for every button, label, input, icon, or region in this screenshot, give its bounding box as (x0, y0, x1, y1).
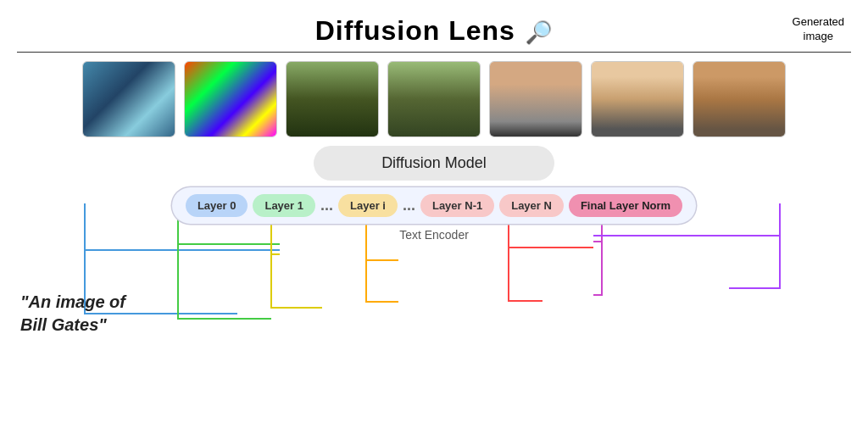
img-gate1 (287, 62, 378, 136)
img-colormap (185, 62, 276, 136)
encoder-row-wrapper: Layer 0 Layer 1 ... Layer i ... Layer N-… (172, 187, 696, 242)
diffusion-model-label: Diffusion Model (381, 154, 487, 171)
img-blue-grid (83, 62, 175, 136)
generated-image-label: Generatedimage (793, 15, 844, 44)
images-row (0, 61, 868, 137)
encoder-row: Layer 0 Layer 1 ... Layer i ... Layer N-… (172, 187, 696, 224)
img-face3 (693, 62, 785, 136)
img-face2 (592, 62, 683, 136)
query-text: "An image ofBill Gates" (20, 291, 125, 337)
dots-1: ... (320, 197, 333, 214)
text-encoder-label: Text Encoder (399, 228, 469, 242)
thumbnail-1 (82, 61, 175, 137)
img-face1 (490, 62, 581, 136)
thumbnail-4 (387, 61, 481, 137)
img-gate2 (388, 62, 480, 136)
lower-area: Diffusion Model Layer 0 Layer 1 ... Laye… (0, 141, 868, 242)
title-area: Diffusion Lens 🔍 Generatedimage (0, 0, 868, 47)
thumbnail-6 (591, 61, 684, 137)
thumbnail-5 (489, 61, 582, 137)
title-divider (17, 52, 851, 53)
final-layer-norm-pill: Final Layer Norm (569, 194, 682, 217)
diffusion-model-box: Diffusion Model (314, 146, 554, 181)
page-title: Diffusion Lens (315, 15, 515, 47)
dots-2: ... (403, 197, 415, 214)
layer-n-pill: Layer N (499, 194, 564, 217)
thumbnail-2 (184, 61, 277, 137)
search-icon: 🔍 (526, 19, 553, 46)
layer-i-pill: Layer i (338, 194, 398, 217)
layer-n1-pill: Layer N-1 (420, 194, 494, 217)
layer-0-pill: Layer 0 (186, 194, 248, 217)
layer-1-pill: Layer 1 (253, 194, 315, 217)
thumbnail-3 (286, 61, 379, 137)
thumbnail-7-generated (693, 61, 786, 137)
